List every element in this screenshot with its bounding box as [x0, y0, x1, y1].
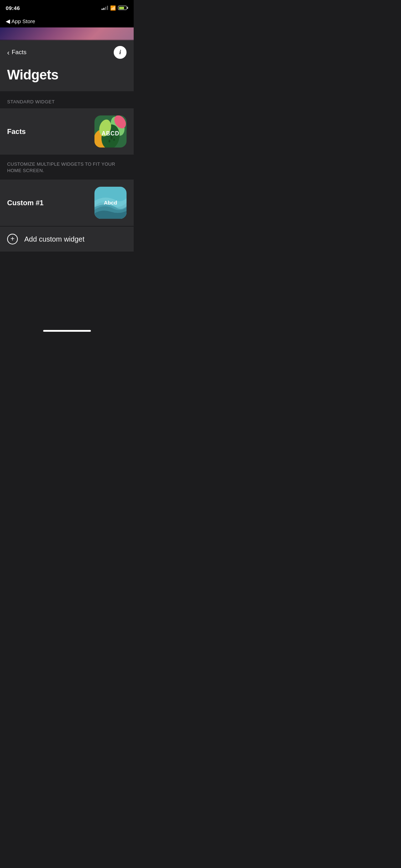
custom-widget-row[interactable]: Custom #1 Abcd	[0, 180, 134, 226]
status-bar: 09:46 📶	[0, 0, 134, 16]
status-time: 09:46	[6, 5, 20, 11]
appstore-bar: ◀ App Store	[0, 16, 134, 27]
svg-text:Abcd: Abcd	[104, 200, 117, 206]
bottom-area	[0, 252, 134, 323]
page-title: Widgets	[7, 67, 127, 83]
svg-point-7	[109, 140, 110, 143]
signal-icon	[102, 6, 108, 10]
appstore-back-button[interactable]: ◀ App Store	[6, 18, 128, 25]
plus-icon: +	[10, 235, 15, 242]
facts-widget-row[interactable]: Facts ABCD	[0, 108, 134, 155]
page-title-section: Widgets	[0, 64, 134, 91]
appstore-back-label: App Store	[11, 18, 35, 24]
battery-icon	[118, 6, 128, 10]
appstore-back-chevron-icon: ◀	[6, 18, 10, 25]
nav-header: ‹ Facts i	[0, 40, 134, 64]
customize-section: CUSTOMIZE MULTIPLE WIDGETS TO FIT YOUR H…	[0, 155, 134, 180]
custom-widget-name: Custom #1	[7, 199, 43, 207]
standard-widget-label: STANDARD WIDGET	[7, 99, 55, 104]
custom-widget-thumbnail: Abcd	[94, 187, 127, 219]
customize-text: CUSTOMIZE MULTIPLE WIDGETS TO FIT YOUR H…	[7, 161, 127, 174]
home-bar	[43, 330, 91, 332]
add-icon-circle: +	[7, 234, 18, 244]
add-custom-widget-button[interactable]: + Add custom widget	[0, 227, 134, 252]
facts-widget-name: Facts	[7, 128, 26, 136]
svg-point-8	[113, 139, 115, 141]
info-icon: i	[119, 49, 121, 56]
wifi-icon: 📶	[110, 5, 116, 11]
info-button[interactable]: i	[114, 46, 127, 59]
nav-back-button[interactable]: ‹ Facts	[7, 48, 26, 57]
svg-text:ABCD: ABCD	[102, 130, 119, 136]
home-indicator	[0, 323, 134, 335]
banner-image	[0, 27, 134, 40]
facts-widget-thumbnail: ABCD	[94, 115, 127, 148]
status-icons: 📶	[102, 5, 128, 11]
nav-back-label: Facts	[12, 49, 27, 56]
add-widget-label: Add custom widget	[24, 235, 84, 243]
standard-widget-section-header: STANDARD WIDGET	[0, 91, 134, 108]
back-chevron-icon: ‹	[7, 48, 10, 57]
